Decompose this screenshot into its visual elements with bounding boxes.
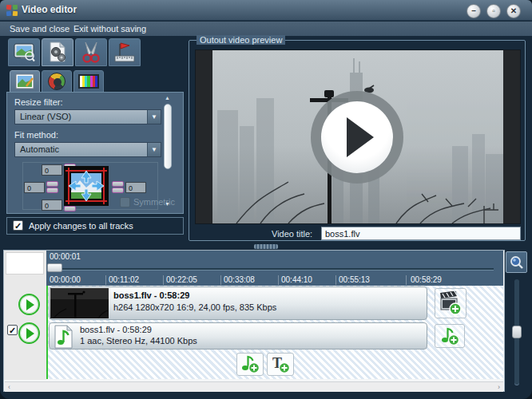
- video-track-play-button[interactable]: [18, 294, 40, 315]
- play-triangle-icon: [347, 117, 374, 157]
- ruler-tick: 00:44:10: [281, 275, 312, 284]
- seek-slider-thumb[interactable]: [47, 263, 62, 272]
- tab-color-settings[interactable]: [73, 70, 104, 93]
- monitor-image-icon: [13, 42, 35, 63]
- symmetric-checkbox[interactable]: ✓: [120, 197, 130, 207]
- apply-all-label: Apply changes to all tracks: [29, 221, 133, 231]
- menu-exit-without-saving[interactable]: Exit without saving: [70, 23, 149, 34]
- note-plus-icon: [439, 326, 460, 346]
- ruler-separator: [220, 275, 221, 285]
- menu-save-and-close[interactable]: Save and close: [6, 23, 73, 34]
- panel-scrollbar-thumb[interactable]: [164, 104, 172, 169]
- ruler-tick: 00:33:08: [224, 275, 255, 284]
- video-title-input[interactable]: [321, 227, 521, 240]
- add-audio-track-button[interactable]: [236, 353, 264, 376]
- ruler-separator: [278, 275, 279, 285]
- picture-edit-icon: [15, 73, 34, 89]
- current-time: 00:00:01: [50, 252, 81, 261]
- color-bars-icon: [78, 74, 99, 89]
- checkmark-icon: ✓: [14, 221, 22, 231]
- clapperboard-plus-icon: [439, 291, 462, 315]
- add-video-clip-button[interactable]: [435, 288, 466, 318]
- toolbar-preview-button[interactable]: [8, 38, 40, 66]
- add-audio-clip-button[interactable]: [435, 324, 465, 348]
- audio-track-play-button[interactable]: [18, 322, 40, 344]
- toolbar-file-processing-button[interactable]: [42, 38, 73, 66]
- timeline-zoom-slider-thumb[interactable]: [512, 326, 522, 338]
- text-plus-icon: T: [270, 354, 291, 374]
- scroll-left-icon[interactable]: ‹: [8, 383, 10, 391]
- resize-filter-value: Linear (VSO): [15, 110, 147, 124]
- fit-method-value: Automatic: [15, 143, 147, 156]
- fit-method-dropdown[interactable]: Automatic ▼: [14, 142, 161, 157]
- minimize-button[interactable]: –: [466, 4, 481, 18]
- video-clip-details: h264 1280x720 16:9, 24,00 fps, 835 Kbps: [113, 302, 276, 312]
- video-clip[interactable]: boss1.flv - 0:58:29 h264 1280x720 16:9, …: [49, 286, 427, 320]
- magnifier-icon: [509, 255, 525, 271]
- ruler-tick: 00:55:13: [339, 275, 370, 284]
- app-icon: [6, 5, 18, 16]
- timeline-hscrollbar[interactable]: ‹ ›: [5, 381, 503, 392]
- crop-top-field[interactable]: [42, 164, 62, 176]
- video-title-label: Video title:: [272, 229, 312, 239]
- resize-filter-label: Resize filter:: [14, 97, 63, 107]
- resize-filter-dropdown[interactable]: Linear (VSO) ▼: [14, 109, 161, 124]
- tab-image-settings[interactable]: [10, 70, 40, 93]
- document-gears-icon: [47, 41, 68, 63]
- output-preview-label: Outout video preview: [197, 35, 285, 45]
- crop-right-stepper[interactable]: [112, 181, 124, 193]
- add-text-track-button[interactable]: T: [267, 353, 294, 376]
- window-title: Video editor: [22, 4, 77, 15]
- audio-clip[interactable]: boss1.flv - 0:58:29 1 aac, Stereo Hz, 44…: [49, 322, 427, 350]
- play-icon: [26, 299, 34, 310]
- tab-gauge-settings[interactable]: [42, 70, 72, 93]
- title-bar[interactable]: Video editor – ▫ ✕: [0, 0, 532, 21]
- ruler-tick: 00:11:02: [109, 275, 139, 284]
- ruler-tick: 00:00:00: [50, 275, 81, 284]
- checkmark-icon: ✓: [9, 326, 16, 335]
- seek-slider-groove[interactable]: [50, 268, 494, 270]
- play-icon: [26, 328, 34, 339]
- timeline-zoom-button[interactable]: [506, 251, 527, 273]
- toolbar-chapters-button[interactable]: [109, 38, 141, 66]
- audio-track-checkbox[interactable]: ✓: [7, 325, 18, 335]
- close-button[interactable]: ✕: [506, 4, 521, 18]
- audio-note-icon: [52, 325, 74, 349]
- crop-right-field[interactable]: [125, 182, 146, 193]
- audio-clip-title: boss1.flv - 0:58:29: [80, 325, 152, 334]
- dropdown-arrow-icon[interactable]: ▼: [147, 143, 161, 156]
- crop-preview-image[interactable]: [64, 166, 109, 206]
- timeline-corner-box: [6, 252, 44, 275]
- splitter-grip[interactable]: [254, 244, 278, 249]
- fit-method-label: Fit method:: [14, 130, 58, 140]
- crop-bottom-field[interactable]: [42, 200, 62, 211]
- note-plus-icon: [240, 354, 260, 374]
- panel-scroll-down-icon[interactable]: ▼: [165, 201, 170, 207]
- scroll-right-icon[interactable]: ›: [498, 383, 500, 391]
- panel-scroll-up-icon[interactable]: ▲: [165, 95, 170, 101]
- ruler-separator: [335, 275, 336, 285]
- crop-left-field[interactable]: [24, 182, 45, 193]
- maximize-button[interactable]: ▫: [486, 4, 501, 18]
- ruler-separator: [406, 275, 407, 285]
- gauge-icon: [48, 73, 66, 90]
- ruler-separator: [105, 275, 106, 285]
- big-play-button[interactable]: [311, 91, 403, 184]
- scissors-icon: [80, 41, 102, 63]
- ruler-separator: [163, 275, 164, 285]
- video-clip-title: boss1.flv - 0:58:29: [113, 290, 189, 300]
- audio-clip-details: 1 aac, Stereo Hz, 44100 Kbps: [80, 336, 197, 346]
- flag-ruler-icon: [113, 41, 136, 63]
- ruler-tick: 00:58:29: [411, 275, 442, 284]
- dropdown-arrow-icon[interactable]: ▼: [147, 110, 161, 124]
- apply-all-checkbox[interactable]: ✓: [13, 220, 23, 231]
- video-editor-window: Video editor – ▫ ✕ Save and close Exit w…: [0, 0, 532, 399]
- video-thumbnail: [50, 288, 109, 318]
- ruler-tick: 00:22:05: [166, 275, 197, 284]
- menu-bar: Save and close Exit without saving: [0, 22, 532, 36]
- toolbar-cut-button[interactable]: [75, 38, 107, 66]
- track-start-line: [46, 286, 48, 379]
- crop-left-stepper[interactable]: [46, 181, 58, 193]
